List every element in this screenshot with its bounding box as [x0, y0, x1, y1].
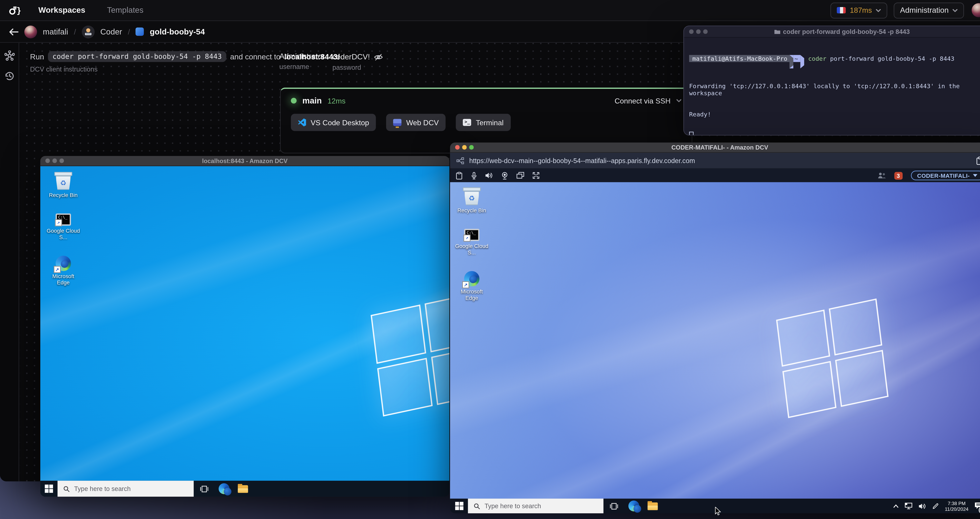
coder-logo-icon[interactable]: }	[8, 5, 21, 16]
web-dcv-button[interactable]: Web DCV	[386, 114, 446, 131]
edge-icon: ↗	[464, 271, 479, 287]
desktop-icon-microsoft-edge[interactable]: ↗ Microsoft Edge	[46, 256, 81, 286]
history-icon[interactable]	[4, 71, 14, 81]
dcv-monitor-icon	[393, 119, 402, 126]
desktop-icons: ♻ Recycle Bin C:\_ ↗ Google Cloud S... ↗…	[452, 187, 492, 301]
recycle-bin-icon	[54, 172, 72, 176]
dcv-window-localhost: localhost:8443 - Amazon DCV ♻ Recycle Bi…	[40, 156, 449, 497]
eye-off-icon[interactable]	[374, 53, 383, 60]
latency-value: 187ms	[850, 6, 872, 14]
tray-chevron-icon[interactable]	[893, 504, 899, 508]
file-explorer-button[interactable]	[643, 498, 662, 513]
search-icon	[474, 503, 480, 509]
administration-label: Administration	[900, 6, 949, 15]
breadcrumb-workspace[interactable]: gold-booby-54	[150, 27, 205, 36]
edge-taskbar-button[interactable]	[214, 481, 234, 497]
topology-icon[interactable]	[4, 51, 14, 61]
task-view-button[interactable]	[603, 498, 624, 513]
desktop-icon-google-cloud-sdk[interactable]: C:\_ ↗ Google Cloud S...	[454, 229, 490, 256]
microphone-icon[interactable]	[471, 172, 477, 179]
dcv-toolbar: 3 CODER-MATIFALI-	[450, 169, 980, 182]
folder-proxy-icon	[774, 29, 781, 35]
task-view-button[interactable]	[194, 481, 214, 497]
file-explorer-button[interactable]	[233, 481, 253, 497]
webcam-icon[interactable]	[501, 172, 508, 179]
username-label: username	[279, 63, 325, 70]
breadcrumb-user[interactable]: matifali	[43, 27, 68, 36]
terminal-titlebar[interactable]: coder port-forward gold-booby-54 -p 8443	[684, 26, 980, 38]
displays-icon[interactable]	[517, 172, 524, 179]
command-name: coder	[808, 55, 826, 62]
left-sidebar	[0, 43, 19, 481]
connect-via-ssh-button[interactable]: Connect via SSH	[615, 97, 671, 105]
back-arrow-icon[interactable]	[9, 28, 19, 35]
breadcrumb-org[interactable]: Coder	[100, 27, 122, 36]
terminal-button[interactable]: >_ Terminal	[456, 114, 511, 131]
france-flag-icon	[837, 7, 846, 14]
desktop-icon-recycle-bin[interactable]: ♻ Recycle Bin	[454, 187, 490, 213]
url-field[interactable]: https://web-dcv--main--gold-booby-54--ma…	[469, 157, 971, 164]
session-menu-button[interactable]: CODER-MATIFALI-	[911, 171, 980, 180]
vscode-desktop-button[interactable]: VS Code Desktop	[291, 114, 376, 131]
desktop-icons: ♻ Recycle Bin C:\_ ↗ Google Cloud S... ↗…	[43, 172, 83, 286]
desktop-icon-recycle-bin[interactable]: ♻ Recycle Bin	[46, 172, 81, 198]
clipboard-tool-icon[interactable]	[456, 172, 463, 179]
start-button[interactable]	[450, 498, 468, 513]
cmd-prompt-icon: C:\_ ↗	[56, 213, 71, 226]
edge-icon: ↗	[56, 256, 71, 271]
dcv-window-coder-matifali: CODER-MATIFALI- - Amazon DCV https://web…	[450, 142, 980, 513]
agent-latency: 12ms	[328, 97, 345, 105]
cmd-prompt-icon: C:\_ ↗	[464, 229, 479, 241]
speaker-icon[interactable]	[919, 503, 926, 509]
windows-logo-wallpaper	[776, 299, 888, 418]
taskbar-search-back[interactable]: Type here to search	[57, 481, 194, 497]
command-args: port-forward gold-booby-54 -p 8443	[826, 55, 955, 62]
tab-workspaces[interactable]: Workspaces	[38, 6, 85, 15]
fullscreen-icon[interactable]	[533, 172, 539, 179]
password-label: password	[332, 63, 383, 71]
taskbar-clock[interactable]: 7:38 PM 11/20/2024	[945, 500, 969, 512]
desktop-icon-microsoft-edge[interactable]: ↗ Microsoft Edge	[454, 271, 490, 301]
taskbar-search-front[interactable]: Type here to search	[468, 498, 603, 513]
desktop-icon-google-cloud-sdk[interactable]: C:\_ ↗ Google Cloud S...	[46, 213, 81, 240]
start-button[interactable]	[40, 481, 57, 497]
clock-time: 7:38 PM	[945, 500, 969, 506]
clipboard-icon[interactable]	[976, 156, 980, 164]
tab-templates[interactable]: Templates	[107, 6, 143, 15]
pen-icon[interactable]	[932, 503, 939, 509]
search-icon	[63, 486, 70, 492]
users-icon[interactable]	[878, 172, 886, 179]
latency-pill[interactable]: 187ms	[830, 2, 887, 18]
run-label: Run	[30, 52, 44, 61]
app-label: Terminal	[476, 119, 504, 126]
network-display-icon[interactable]	[905, 503, 913, 509]
remote-desktop-front[interactable]: ♻ Recycle Bin C:\_ ↗ Google Cloud S... ↗…	[450, 182, 980, 500]
user-avatar[interactable]	[972, 3, 980, 17]
app-label: Web DCV	[406, 119, 439, 126]
dcv-back-titlebar[interactable]: localhost:8443 - Amazon DCV	[40, 156, 449, 166]
speaker-icon[interactable]	[485, 172, 493, 179]
user-avatar-small[interactable]	[24, 25, 37, 38]
windows-logo-wallpaper	[371, 293, 449, 417]
chevron-down-icon	[876, 9, 881, 12]
username-field: Administrator username	[279, 52, 325, 70]
remote-desktop-back[interactable]: ♻ Recycle Bin C:\_ ↗ Google Cloud S... ↗…	[40, 166, 449, 481]
dcv-front-title: CODER-MATIFALI- - Amazon DCV	[671, 144, 768, 151]
shortcut-arrow-icon: ↗	[55, 219, 62, 226]
windows-os-icon	[136, 27, 144, 36]
action-center-button[interactable]: 1	[974, 500, 980, 512]
shortcut-arrow-icon: ↗	[54, 266, 61, 273]
dcv-front-titlebar[interactable]: CODER-MATIFALI- - Amazon DCV	[450, 142, 980, 153]
org-avatar[interactable]	[82, 25, 94, 38]
edge-taskbar-button[interactable]	[624, 498, 643, 513]
svg-text:}: }	[16, 5, 21, 15]
powerline-arrow	[801, 55, 805, 68]
chevron-down-icon[interactable]	[676, 99, 681, 102]
terminal-output[interactable]: matifali@Atifs-MacBook-Pro~ coder port-f…	[684, 38, 980, 135]
prompt-path-segment: ~	[793, 55, 801, 62]
prompt-host-segment: matifali@Atifs-MacBook-Pro	[689, 55, 789, 62]
terminal-window: coder port-forward gold-booby-54 -p 8443…	[684, 25, 980, 135]
password-value: coderDCV!	[332, 53, 370, 61]
administration-menu[interactable]: Administration	[894, 2, 964, 18]
app-label: VS Code Desktop	[311, 119, 369, 126]
